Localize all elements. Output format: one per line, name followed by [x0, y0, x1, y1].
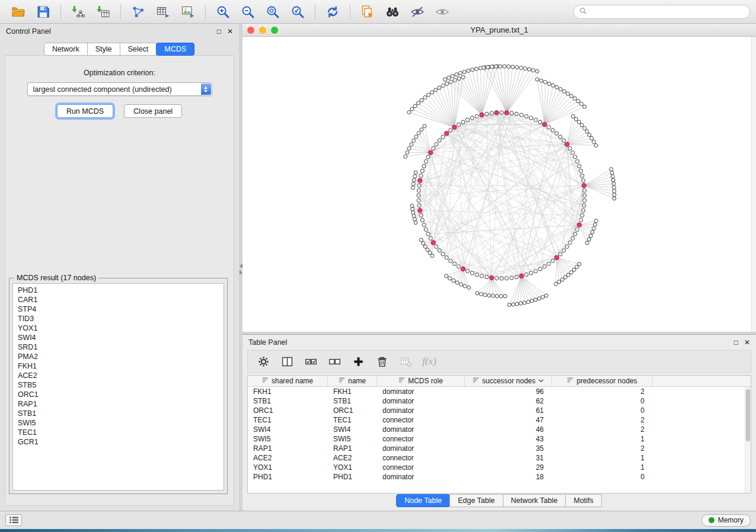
import-network-icon[interactable]	[68, 3, 89, 21]
zoom-selected-icon[interactable]	[287, 3, 308, 21]
network-graph[interactable]	[243, 37, 756, 332]
mcds-result-item[interactable]: CAR1	[13, 295, 224, 305]
mcds-result-item[interactable]: SWI5	[13, 418, 224, 428]
network-canvas[interactable]	[243, 37, 756, 332]
zoom-out-icon[interactable]	[237, 3, 259, 21]
mcds-result-item[interactable]: STB5	[13, 380, 224, 390]
mcds-result-list[interactable]: PHD1CAR1STP4TID3YOX1SWI4SRD1PMA2FKH1ACE2…	[12, 283, 224, 491]
zoom-fit-icon[interactable]	[262, 3, 283, 21]
minimize-window-icon[interactable]	[259, 27, 266, 34]
cell-predecessor-nodes: 0	[552, 397, 653, 405]
cell-name: ACE2	[328, 454, 377, 462]
table-row[interactable]: ACE2ACE2connector311	[248, 453, 751, 463]
mcds-result-item[interactable]: TEC1	[13, 428, 224, 437]
tab-mcds[interactable]: MCDS	[156, 43, 194, 56]
columns-icon[interactable]	[277, 352, 296, 370]
mcds-result-item[interactable]: STB1	[13, 409, 224, 418]
export-image-icon[interactable]	[177, 3, 199, 21]
show-all-icon[interactable]	[432, 3, 453, 21]
table-row[interactable]: FKH1FKH1dominator962	[248, 387, 751, 396]
column-header-shared-name[interactable]: shared name	[248, 376, 328, 386]
export-table-icon[interactable]	[152, 3, 174, 21]
mcds-result-item[interactable]: ORC1	[13, 390, 224, 399]
select-all-icon[interactable]	[301, 352, 320, 370]
tab-node-table[interactable]: Node Table	[396, 494, 450, 507]
close-table-panel-icon[interactable]: ✕	[744, 339, 750, 346]
run-mcds-button[interactable]: Run MCDS	[57, 104, 113, 118]
copy-network-icon[interactable]	[357, 3, 378, 21]
cell-successor-nodes: 62	[465, 397, 552, 405]
fx-icon[interactable]: f(x)	[420, 352, 439, 370]
tab-network-table[interactable]: Network Table	[503, 494, 566, 507]
open-folder-icon[interactable]	[8, 3, 29, 21]
tab-network[interactable]: Network	[44, 43, 88, 56]
zoom-in-icon[interactable]	[212, 3, 234, 21]
mcds-result-item[interactable]: PHD1	[13, 286, 224, 295]
search-box[interactable]	[573, 5, 750, 19]
close-panel-icon[interactable]: ✕	[227, 28, 233, 35]
search-input[interactable]	[590, 8, 744, 16]
refresh-icon[interactable]	[322, 3, 343, 21]
cell-predecessor-nodes: 1	[552, 454, 653, 462]
delete-column-icon[interactable]	[372, 352, 391, 370]
node-table: shared namenameMCDS rolesuccessor nodesp…	[247, 375, 751, 493]
network-scrollbar[interactable]	[751, 37, 756, 332]
cell-successor-nodes: 96	[465, 387, 552, 396]
close-panel-button[interactable]: Close panel	[124, 104, 182, 118]
tab-select[interactable]: Select	[120, 43, 157, 56]
search-network-icon[interactable]	[382, 3, 403, 21]
tab-motifs[interactable]: Motifs	[565, 494, 601, 507]
panel-menu-button[interactable]	[5, 514, 22, 526]
optimization-criterion-label: Optimization criterion:	[5, 69, 234, 77]
table-scrollbar[interactable]	[745, 387, 751, 493]
cell-successor-nodes: 46	[465, 425, 552, 434]
mcds-result-item[interactable]: YOX1	[13, 323, 224, 333]
export-network-icon[interactable]	[127, 3, 149, 21]
save-icon[interactable]	[33, 3, 54, 21]
hide-selected-icon[interactable]	[407, 3, 428, 21]
mcds-result-item[interactable]: RAP1	[13, 399, 224, 409]
cell-predecessor-nodes: 1	[552, 463, 653, 472]
cell-name: STB1	[328, 397, 377, 405]
gear-icon[interactable]	[254, 352, 273, 370]
cell-shared-name: RAP1	[248, 444, 328, 453]
column-header-mcds-role[interactable]: MCDS role	[377, 376, 465, 386]
application-window: Control Panel □ ✕ NetworkStyleSelectMCDS…	[0, 0, 756, 532]
column-header-name[interactable]: name	[328, 376, 377, 386]
main-toolbar-groups	[6, 3, 573, 21]
column-header-successor-nodes[interactable]: successor nodes	[465, 376, 552, 386]
add-column-icon[interactable]	[349, 352, 368, 370]
criterion-dropdown[interactable]: largest connected component (undirected)	[27, 82, 212, 96]
delete-table-icon[interactable]	[396, 352, 415, 370]
mcds-result-item[interactable]: GCR1	[13, 437, 224, 447]
table-row[interactable]: STB1STB1dominator620	[248, 396, 751, 406]
mcds-result-item[interactable]: SRD1	[13, 342, 224, 352]
table-row[interactable]: RAP1RAP1dominator352	[248, 444, 751, 453]
table-row[interactable]: SWI5SWI5connector431	[248, 434, 751, 444]
float-table-panel-icon[interactable]: □	[734, 339, 738, 346]
mcds-result-item[interactable]: TID3	[13, 314, 224, 323]
table-row[interactable]: SWI4SWI4dominator462	[248, 425, 751, 434]
cell-mcds-role: dominator	[377, 397, 465, 405]
table-row[interactable]: PHD1PHD1dominator180	[248, 472, 751, 482]
import-table-icon[interactable]	[92, 3, 114, 21]
deselect-all-icon[interactable]	[325, 352, 344, 370]
memory-button[interactable]: Memory	[701, 514, 751, 527]
maximize-window-icon[interactable]	[271, 27, 278, 34]
close-window-icon[interactable]	[247, 27, 254, 34]
criterion-dropdown-value: largest connected component (undirected)	[33, 85, 172, 94]
table-scrollbar-thumb[interactable]	[746, 389, 750, 441]
table-row[interactable]: YOX1YOX1connector291	[248, 463, 751, 472]
tab-edge-table[interactable]: Edge Table	[449, 494, 503, 507]
tab-style[interactable]: Style	[87, 43, 120, 56]
table-row[interactable]: TEC1TEC1connector472	[248, 415, 751, 425]
mcds-result-item[interactable]: SWI4	[13, 333, 224, 342]
mcds-result-item[interactable]: ACE2	[13, 371, 224, 380]
float-panel-icon[interactable]: □	[217, 28, 221, 35]
mcds-result-item[interactable]: FKH1	[13, 361, 224, 371]
control-tabs: NetworkStyleSelectMCDS	[0, 43, 239, 56]
mcds-result-item[interactable]: STP4	[13, 305, 224, 314]
column-header-predecessor-nodes[interactable]: predecessor nodes	[552, 376, 653, 386]
mcds-result-item[interactable]: PMA2	[13, 352, 224, 361]
table-row[interactable]: ORC1ORC1dominator610	[248, 406, 751, 415]
